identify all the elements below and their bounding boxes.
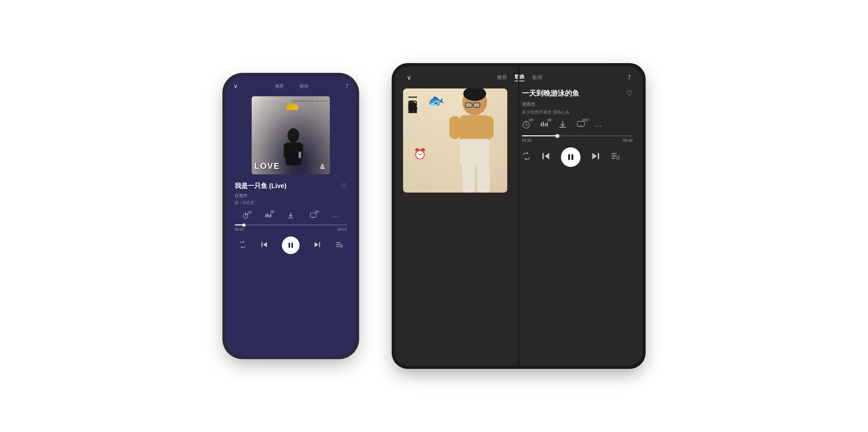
download-button[interactable] [287,212,294,221]
svg-point-52 [617,157,619,159]
more-icon: ··· [332,213,339,219]
svg-rect-20 [319,242,320,247]
svg-rect-28 [466,103,472,107]
svg-rect-44 [577,121,584,126]
svg-rect-10 [299,152,301,158]
svg-rect-39 [541,123,542,127]
fold-share-icon[interactable]: ⤴ [628,74,631,81]
timer-button[interactable]: ⏱ off [242,213,249,220]
fold-current-time: 01:51 [522,138,532,143]
love-text: LOVE [254,161,280,171]
fold-lyric-preview: 多少忧愁不肯走 流向心头 [522,109,632,115]
svg-rect-29 [473,103,480,107]
fold-playlist-button[interactable] [611,152,620,163]
more-button[interactable]: ··· [332,213,339,219]
svg-rect-12 [267,213,268,217]
svg-rect-23 [336,246,339,247]
fold-comments-button[interactable]: 999+ [577,120,585,131]
song-composer: 曲：刘志宏 [235,200,347,206]
tab-lyrics[interactable]: 歌词 [300,83,308,89]
current-time: 00:20 [235,227,244,231]
svg-rect-19 [291,243,293,248]
timer-badge: off [247,211,252,214]
fold-tab-lyrics[interactable]: 歌词 [532,74,542,81]
svg-rect-15 [288,218,293,218]
play-pause-button[interactable] [282,236,300,254]
fold-left-panel: 一天到晚游泳的鱼 🐟 ⏰ [395,85,516,366]
fold-equalizer-button[interactable]: off [540,120,549,131]
fold-progress-times: 01:51 05:44 [522,138,632,143]
fold-next-button[interactable] [590,151,601,163]
fold-tab-songs[interactable]: 歌曲 [515,74,525,81]
svg-rect-51 [612,158,615,159]
fold-progress-dot [555,134,559,138]
album-art: LOVE & 任贤齐08演唱会 Richio Jen Live 08 [252,96,330,174]
fold-heart-icon[interactable]: ♡ [626,89,632,98]
fold-chevron-down-icon[interactable]: ∨ [407,73,411,81]
svg-rect-43 [559,127,566,128]
comments-button[interactable]: 38 [310,212,317,221]
fold-main-content: 一天到晚游泳的鱼 🐟 ⏰ [395,85,642,366]
camera-dot [290,85,293,88]
fold-screen: ∨ 推荐 歌曲 歌词 ⤴ 一天到晚游泳的鱼 🐟 [395,66,642,366]
tab-recommend[interactable]: 推荐 [275,83,284,89]
total-time: 04:19 [338,227,347,231]
song-title-row: 我是一只鱼 (Live) ♡ [235,181,347,190]
svg-rect-11 [265,214,266,217]
fold-comments-icon [577,120,585,131]
progress-times: 00:20 04:19 [235,227,347,231]
fold-album-bg: 一天到晚游泳的鱼 🐟 ⏰ [403,89,507,193]
svg-rect-17 [261,242,262,247]
fish-emoji: 🐟 [426,92,445,110]
repeat-button[interactable] [239,241,246,250]
svg-rect-8 [284,143,289,158]
svg-point-5 [317,152,329,164]
svg-point-24 [340,245,342,247]
fold-progress-track[interactable] [522,135,632,136]
progress-section: 00:20 04:19 [226,223,356,233]
equalizer-button[interactable]: off [265,212,272,221]
song-title: 我是一只鱼 (Live) [235,181,286,190]
fold-timer-button[interactable]: off [522,120,530,131]
svg-rect-35 [462,163,475,193]
svg-rect-49 [612,153,617,154]
person-illustration [442,89,501,193]
fold-more-button[interactable]: ··· [595,122,602,130]
heart-icon[interactable]: ♡ [341,182,347,190]
svg-rect-46 [568,154,570,160]
svg-rect-22 [336,244,341,245]
eq-badge: off [270,210,275,213]
hair-highlight [286,103,298,110]
fold-download-button[interactable] [558,120,567,131]
album-art-wrapper: LOVE & 任贤齐08演唱会 Richio Jen Live 08 [226,93,356,177]
amp-text: & [320,163,325,171]
next-button[interactable] [313,240,322,251]
prev-button[interactable] [260,240,269,251]
fold-play-pause-button[interactable] [561,147,581,167]
progress-fill [235,225,244,226]
svg-rect-34 [460,139,489,165]
singer-figure [280,126,306,174]
fold-right-panel: 一天到晚游泳的鱼 ♡ 张雨生 多少忧愁不肯走 流向心头 [516,85,642,366]
fold-comments-badge: 999+ [582,119,590,121]
chevron-down-icon[interactable]: ∨ [234,82,238,90]
share-icon[interactable]: ⤴ [345,83,348,89]
svg-rect-38 [525,121,527,122]
fold-tab-recommend[interactable]: 推荐 [497,74,507,81]
svg-rect-42 [547,122,548,127]
fold-total-time: 05:44 [623,138,632,143]
control-icons-row: ⏱ off off [226,207,356,223]
fold-song-title: 一天到晚游泳的鱼 [522,89,579,98]
svg-rect-14 [270,214,271,217]
progress-track[interactable] [235,225,347,226]
fold-more-icon: ··· [595,122,602,130]
fold-prev-button[interactable] [541,151,551,163]
fold-download-icon [558,120,567,131]
fold-repeat-button[interactable] [522,152,531,163]
fold-tab-group: 推荐 歌曲 歌词 [497,74,542,81]
svg-rect-41 [545,123,546,126]
playlist-button[interactable] [335,241,343,250]
progress-dot [242,224,246,227]
fold-top-bar: ∨ 推荐 歌曲 歌词 ⤴ [395,66,642,85]
svg-rect-13 [269,215,270,217]
